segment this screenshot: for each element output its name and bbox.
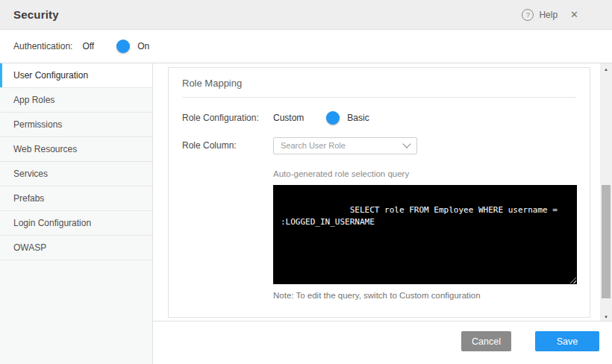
sidebar-item-label: App Roles [13, 95, 54, 105]
role-configuration-toggle-group: Custom Basic [273, 112, 369, 124]
authentication-label: Authentication: [13, 41, 72, 51]
authentication-bar: Authentication: Off On [0, 30, 612, 63]
sidebar-item-label: Web Resources [13, 144, 77, 154]
sidebar-item-services[interactable]: Services [0, 162, 152, 186]
role-column-select[interactable]: Search User Role [273, 137, 417, 154]
query-section-label: Auto-generated role selection query [273, 169, 576, 178]
vertical-scrollbar[interactable]: ▲ ▼ [600, 63, 612, 322]
role-column-label: Role Column: [182, 140, 273, 151]
basic-option-label: Basic [347, 113, 369, 123]
resize-grip-icon[interactable] [569, 276, 576, 283]
sidebar-item-owasp[interactable]: OWASP [0, 236, 152, 260]
cancel-button[interactable]: Cancel [461, 331, 511, 351]
toggle-knob [326, 111, 340, 125]
chevron-down-icon [402, 139, 410, 148]
toggle-knob [116, 40, 130, 53]
role-query-text: SELECT role FROM Employee WHERE username… [281, 205, 563, 228]
authentication-toggle[interactable] [103, 40, 128, 52]
main-content: Role Mapping Role Configuration: Custom … [153, 63, 612, 364]
header-actions: ? Help ✕ [522, 9, 578, 21]
role-configuration-toggle[interactable] [313, 112, 338, 124]
role-column-placeholder: Search User Role [281, 141, 346, 150]
custom-option-label: Custom [273, 113, 304, 123]
role-column-row: Role Column: Search User Role [182, 136, 576, 154]
scrollbar-thumb[interactable] [602, 185, 611, 298]
sidebar-item-permissions[interactable]: Permissions [0, 113, 152, 137]
scroll-up-icon[interactable]: ▲ [600, 64, 612, 74]
authentication-on-label: On [137, 41, 149, 51]
role-configuration-row: Role Configuration: Custom Basic [182, 109, 576, 127]
sidebar-item-label: Prefabs [13, 193, 44, 204]
help-icon[interactable]: ? [522, 9, 534, 21]
sidebar-item-label: Services [13, 169, 48, 179]
query-section: Auto-generated role selection query SELE… [273, 169, 576, 300]
sidebar-item-label: OWASP [13, 242, 46, 253]
close-icon[interactable]: ✕ [570, 9, 578, 20]
sidebar-item-web-resources[interactable]: Web Resources [0, 137, 152, 162]
dialog-footer: Cancel Save [153, 321, 612, 364]
panel-title: Role Mapping [182, 78, 242, 89]
page-title: Security [13, 8, 59, 21]
sidebar-item-login-configuration[interactable]: Login Configuration [0, 211, 152, 236]
role-mapping-form: Role Configuration: Custom Basic Role Co… [169, 98, 590, 300]
save-button[interactable]: Save [535, 331, 599, 351]
sidebar-item-label: Login Configuration [13, 218, 91, 228]
sidebar-item-label: Permissions [13, 119, 62, 130]
role-query-textarea[interactable]: SELECT role FROM Employee WHERE username… [273, 185, 577, 284]
role-mapping-panel: Role Mapping Role Configuration: Custom … [168, 67, 590, 318]
authentication-off-label: Off [82, 41, 94, 51]
sidebar-item-label: User Configuration [13, 70, 88, 81]
dialog-body: User Configuration App Roles Permissions… [0, 63, 612, 364]
panel-header: Role Mapping [182, 68, 576, 98]
sidebar-item-prefabs[interactable]: Prefabs [0, 186, 152, 211]
sidebar-item-user-configuration[interactable]: User Configuration [0, 63, 152, 88]
help-link[interactable]: Help [539, 10, 558, 20]
role-configuration-label: Role Configuration: [182, 113, 273, 123]
security-sidebar: User Configuration App Roles Permissions… [0, 63, 153, 364]
dialog-header: Security ? Help ✕ [0, 0, 612, 30]
security-dialog: Security ? Help ✕ Authentication: Off On… [0, 0, 612, 364]
sidebar-item-app-roles[interactable]: App Roles [0, 88, 152, 113]
query-note: Note: To edit the query, switch to Custo… [273, 291, 576, 300]
